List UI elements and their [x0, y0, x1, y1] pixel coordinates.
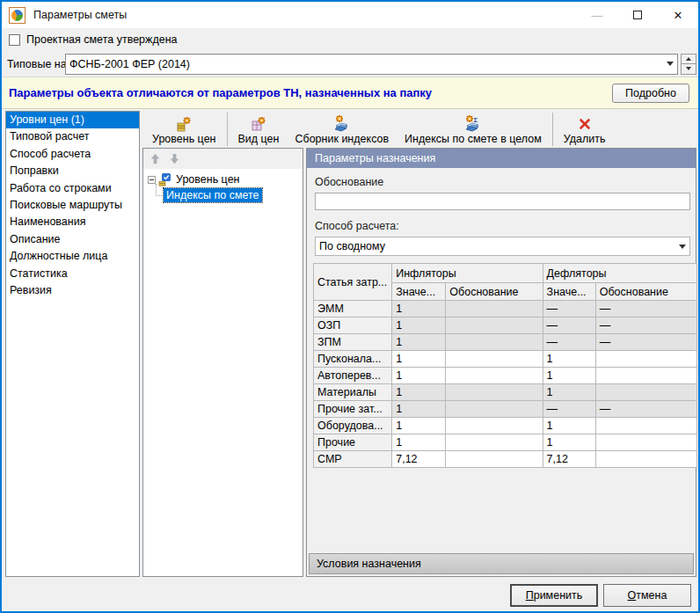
- calc-method-combobox[interactable]: По сводному: [315, 237, 690, 256]
- cell-def-value[interactable]: —: [543, 301, 595, 317]
- cell-def-just[interactable]: [595, 368, 696, 384]
- cell-inf-value[interactable]: 1: [392, 434, 446, 451]
- cell-def-value[interactable]: —: [543, 334, 595, 351]
- sidebar-item-9[interactable]: Статистика: [6, 266, 139, 282]
- justification-input[interactable]: [315, 193, 690, 210]
- cell-item[interactable]: ЗПМ: [314, 334, 392, 351]
- cell-def-just[interactable]: —: [595, 401, 696, 418]
- cell-inf-value[interactable]: 1: [392, 418, 446, 434]
- cell-def-value[interactable]: 1: [543, 368, 595, 384]
- col-header-item[interactable]: Статья затр...: [314, 264, 392, 301]
- cell-inf-value[interactable]: 1: [392, 334, 446, 351]
- cell-def-value[interactable]: 1: [543, 434, 595, 451]
- indexes-table: Статья затр... Инфляторы Дефляторы Значе…: [313, 263, 697, 468]
- sidebar-item-2[interactable]: Способ расчета: [6, 146, 139, 163]
- spinner-down-icon[interactable]: [681, 64, 696, 75]
- cell-inf-value[interactable]: 1: [392, 301, 446, 317]
- col-header-def-justification[interactable]: Обоснование: [595, 283, 696, 301]
- sidebar-item-4[interactable]: Работа со строками: [6, 180, 139, 197]
- cell-item[interactable]: Прочие зат...: [314, 401, 392, 418]
- cell-def-value[interactable]: 7,12: [543, 451, 595, 468]
- move-down-icon[interactable]: [168, 152, 181, 165]
- col-group-deflators[interactable]: Дефляторы: [543, 264, 696, 283]
- cell-inf-value[interactable]: 1: [392, 317, 446, 334]
- tree-child-node[interactable]: Индексы по смете: [156, 187, 303, 203]
- price-level-tree-panel: Уровень цен Индексы по смете: [142, 148, 303, 577]
- cancel-button[interactable]: Отмена: [603, 584, 691, 607]
- cell-item[interactable]: ЭММ: [314, 301, 392, 317]
- cell-def-just[interactable]: [595, 434, 696, 451]
- minimize-button-icon[interactable]: —: [577, 2, 617, 28]
- cell-def-just[interactable]: [595, 418, 696, 434]
- cell-inf-value[interactable]: 1: [392, 351, 446, 368]
- cell-item[interactable]: Автоперев...: [314, 368, 392, 384]
- cell-item[interactable]: Материалы: [314, 384, 392, 401]
- apply-button[interactable]: Применить: [510, 584, 598, 607]
- cell-def-just[interactable]: [595, 384, 696, 401]
- cell-def-just[interactable]: —: [595, 334, 696, 351]
- toolbar-button-1[interactable]: Вид цен: [230, 111, 288, 148]
- cell-def-just[interactable]: —: [595, 301, 696, 317]
- cell-inf-value[interactable]: 1: [392, 401, 446, 418]
- cell-def-value[interactable]: 1: [543, 351, 595, 368]
- tree-child-label[interactable]: Индексы по смете: [164, 188, 262, 202]
- toolbar-button-4[interactable]: Удалить: [556, 111, 614, 148]
- assignment-conditions-header[interactable]: Условия назначения: [309, 553, 694, 574]
- cell-inf-just[interactable]: [446, 434, 543, 451]
- sidebar-item-1[interactable]: Типовой расчет: [6, 128, 139, 145]
- cell-inf-value[interactable]: 1: [392, 368, 446, 384]
- cell-inf-just[interactable]: [446, 401, 543, 418]
- col-header-def-value[interactable]: Значе...: [543, 283, 595, 301]
- cell-def-value[interactable]: 1: [543, 418, 595, 434]
- cell-def-just[interactable]: [595, 451, 696, 468]
- col-header-inf-value[interactable]: Значе...: [392, 283, 446, 301]
- sidebar-item-5[interactable]: Поисковые маршруты: [6, 197, 139, 214]
- cell-inf-just[interactable]: [446, 334, 543, 351]
- cell-def-value[interactable]: —: [543, 401, 595, 418]
- cell-item[interactable]: Пусконала...: [314, 351, 392, 368]
- sidebar-item-0[interactable]: Уровни цен (1): [6, 112, 139, 128]
- sidebar-item-7[interactable]: Описание: [6, 231, 139, 248]
- cell-inf-just[interactable]: [446, 384, 543, 401]
- details-button[interactable]: Подробно: [612, 84, 689, 103]
- cell-inf-just[interactable]: [446, 418, 543, 434]
- cell-item[interactable]: ОЗП: [314, 317, 392, 334]
- approved-checkbox[interactable]: [9, 34, 20, 46]
- indexes-table-header[interactable]: Статья затр... Инфляторы Дефляторы Значе…: [314, 264, 697, 301]
- cell-inf-just[interactable]: [446, 301, 543, 317]
- tree-root-node[interactable]: Уровень цен: [143, 171, 303, 187]
- close-button-icon[interactable]: ✕: [658, 2, 698, 28]
- chevron-down-icon[interactable]: [675, 237, 689, 255]
- toolbar-button-2[interactable]: Сборник индексов: [287, 111, 397, 148]
- move-up-icon[interactable]: [149, 152, 162, 165]
- toolbar-button-label: Удалить: [564, 133, 606, 145]
- sidebar-item-10[interactable]: Ревизия: [6, 282, 139, 299]
- warning-text: Параметры объекта отличаются от параметр…: [9, 86, 432, 99]
- spinner-up-icon[interactable]: [681, 54, 696, 65]
- cell-def-just[interactable]: —: [595, 317, 696, 334]
- cell-inf-just[interactable]: [446, 351, 543, 368]
- cell-item[interactable]: Прочие: [314, 434, 392, 451]
- cell-item[interactable]: СМР: [314, 451, 392, 468]
- sidebar-item-8[interactable]: Должностные лица: [6, 248, 139, 265]
- cell-inf-value[interactable]: 7,12: [392, 451, 446, 468]
- cell-inf-just[interactable]: [446, 317, 543, 334]
- cell-def-just[interactable]: [595, 351, 696, 368]
- cell-item[interactable]: Оборудова...: [314, 418, 392, 434]
- maximize-button-icon[interactable]: [617, 2, 658, 28]
- collapse-icon[interactable]: [148, 176, 156, 184]
- cell-def-value[interactable]: 1: [543, 384, 595, 401]
- col-group-inflators[interactable]: Инфляторы: [392, 264, 543, 283]
- cell-inf-value[interactable]: 1: [392, 384, 446, 401]
- col-header-inf-justification[interactable]: Обоснование: [446, 283, 543, 301]
- chevron-down-icon[interactable]: [663, 55, 677, 74]
- cell-inf-just[interactable]: [446, 368, 543, 384]
- sidebar-item-6[interactable]: Наименования: [6, 214, 139, 230]
- cell-inf-just[interactable]: [446, 451, 543, 468]
- tree-root-label[interactable]: Уровень цен: [173, 172, 243, 186]
- typical-settings-combobox[interactable]: ФСНБ-2001 ФЕР (2014): [65, 54, 678, 75]
- sidebar-item-3[interactable]: Поправки: [6, 163, 139, 179]
- cell-def-value[interactable]: —: [543, 317, 595, 334]
- toolbar-button-0[interactable]: Уровень цен: [144, 111, 224, 148]
- toolbar-button-3[interactable]: ΣИндексы по смете в целом: [397, 111, 550, 148]
